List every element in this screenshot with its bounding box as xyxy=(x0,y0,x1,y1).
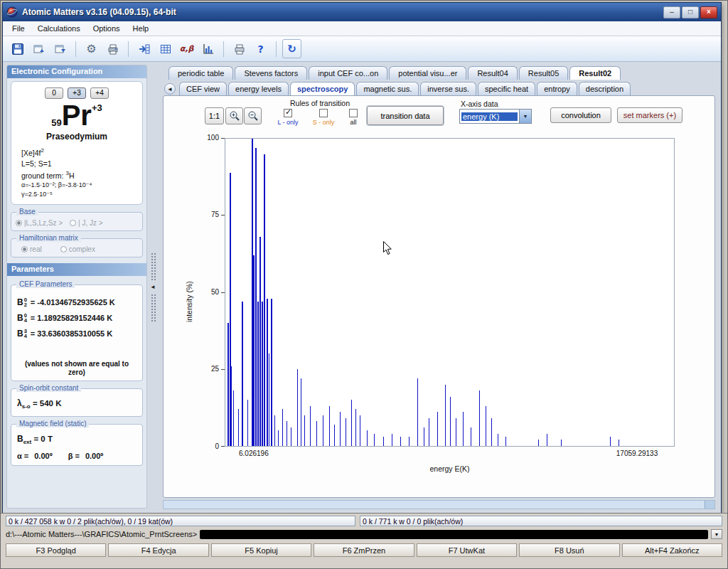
all-checkbox[interactable] xyxy=(349,109,358,117)
maximize-button[interactable]: □ xyxy=(682,6,699,18)
spectral-line xyxy=(486,406,486,446)
tab-potential-visualiser[interactable]: potential visu...er xyxy=(389,66,466,80)
tab-periodic-table[interactable]: periodic table xyxy=(168,66,233,80)
tab-description[interactable]: description xyxy=(579,82,631,95)
altf4-exit-button[interactable]: Alt+F4 Zakończ xyxy=(622,543,722,557)
tab-spectroscopy[interactable]: spectroscopy xyxy=(290,82,355,95)
close-button[interactable]: × xyxy=(700,6,717,18)
spectral-line xyxy=(367,430,368,446)
print-setup-icon[interactable] xyxy=(103,39,122,58)
spectral-line xyxy=(259,237,261,446)
menu-help[interactable]: Help xyxy=(127,22,156,35)
ls-values: L=5; S=1 xyxy=(21,159,138,168)
tab-scroll-left-button[interactable]: ◄ xyxy=(164,83,176,95)
command-history-arrow-icon[interactable]: ▼ xyxy=(711,529,722,539)
f5-copy-button[interactable]: F5 Kopiuj xyxy=(211,543,311,557)
charge-plus4-button[interactable]: +4 xyxy=(90,87,109,99)
convolution-button[interactable]: convolution xyxy=(550,107,611,123)
status-bar-left: 0 k / 427 058 k w 0 / 2 plik(ach/ów), 0 … xyxy=(6,516,355,526)
charge-0-button[interactable]: 0 xyxy=(45,87,63,99)
tab-energy-levels[interactable]: energy levels xyxy=(228,82,289,95)
f4-edit-button[interactable]: F4 Edycja xyxy=(108,543,208,557)
tab-result02[interactable]: Result02 xyxy=(569,66,621,80)
view-tabs: ◄ CEF view energy levels spectroscopy ma… xyxy=(163,82,715,95)
table-icon[interactable] xyxy=(156,39,175,58)
toolbar-separator xyxy=(223,41,224,57)
electron-configuration: [Xe]4f2 xyxy=(21,147,138,157)
f7-mkdir-button[interactable]: F7 UtwKat xyxy=(417,543,517,557)
spectral-line xyxy=(355,409,356,446)
xaxis-data-label: X-axis data xyxy=(461,100,498,108)
spectral-line xyxy=(282,409,283,446)
help-icon[interactable]: ? xyxy=(251,39,270,58)
spectral-line xyxy=(233,390,234,446)
chart-icon[interactable] xyxy=(198,39,218,58)
settings-gear-icon[interactable]: ⚙ xyxy=(82,39,101,58)
tab-stevens-factors[interactable]: Stevens factors xyxy=(235,66,307,80)
menu-file[interactable]: File xyxy=(6,22,31,35)
horizontal-scrollbar[interactable] xyxy=(163,500,715,509)
f8-delete-button[interactable]: F8 Usuń xyxy=(519,543,619,557)
toolbar: ⚙ α,β ? ↻ xyxy=(3,36,721,62)
refresh-icon[interactable]: ↻ xyxy=(282,39,301,58)
menu-options[interactable]: Options xyxy=(87,22,127,35)
zoom-1to1-button[interactable]: 1:1 xyxy=(205,107,224,124)
f6-move-button[interactable]: F6 ZmPrzen xyxy=(314,543,414,557)
tab-result05[interactable]: Result05 xyxy=(519,66,568,80)
hamiltonian-real-radio[interactable]: real xyxy=(21,245,42,253)
base-jjz-radio[interactable]: | J, Jz > xyxy=(70,219,103,227)
export-file-icon[interactable] xyxy=(29,39,48,58)
scrollbar-corner[interactable] xyxy=(705,501,714,509)
spectral-line xyxy=(491,418,492,446)
command-line-input[interactable] xyxy=(200,530,708,539)
zoom-in-button[interactable] xyxy=(225,107,243,124)
plot-area[interactable] xyxy=(225,138,675,447)
set-markers-button[interactable]: set markers (+) xyxy=(617,107,682,123)
y-tick-label: 25 xyxy=(195,365,219,373)
menu-calculations[interactable]: Calculations xyxy=(31,22,87,35)
app-icon xyxy=(6,6,18,18)
base-lslzsz-radio[interactable]: |L,S,Lz,Sz > xyxy=(16,219,63,227)
l-only-checkbox[interactable]: ✓ xyxy=(284,109,292,117)
tab-cef-view[interactable]: CEF view xyxy=(179,82,227,95)
l-only-label: L - only xyxy=(277,119,298,126)
y-tick-label: 0 xyxy=(195,442,219,450)
spectral-line xyxy=(471,427,471,446)
export-data-icon[interactable] xyxy=(134,39,154,58)
file-manager-bottom: 0 k / 427 058 k w 0 / 2 plik(ach/ów), 0 … xyxy=(1,513,727,568)
tab-entropy[interactable]: entropy xyxy=(537,82,577,95)
f3-view-button[interactable]: F3 Podgląd xyxy=(6,543,106,557)
y-axis-title: intensity (%) xyxy=(185,281,193,322)
tab-magnetic-sus[interactable]: magnetic sus. xyxy=(356,82,419,95)
tab-result04[interactable]: Result04 xyxy=(468,66,517,80)
spectral-line xyxy=(463,412,464,446)
splitter-grip[interactable] xyxy=(151,294,156,322)
cef-parameters-group: CEF Parameters B02= -4.01346752935625 K … xyxy=(11,284,143,381)
spectral-line xyxy=(429,418,429,446)
minimize-button[interactable]: – xyxy=(663,6,680,18)
s-only-checkbox[interactable] xyxy=(319,109,328,117)
splitter-grip[interactable] xyxy=(151,252,156,281)
charge-buttons: 0 +3 +4 xyxy=(16,87,138,99)
xaxis-dropdown[interactable]: energy (K) ▼ xyxy=(459,109,532,124)
charge-plus3-button[interactable]: +3 xyxy=(68,87,86,99)
splitter-collapse-icon[interactable]: ◄ xyxy=(150,284,156,291)
radio-dot-icon xyxy=(16,220,22,226)
magnetic-field-group: Magnetic field (static) Bext = 0 T α =0.… xyxy=(11,424,143,465)
hamiltonian-complex-radio[interactable]: complex xyxy=(60,245,95,253)
spectral-line xyxy=(301,378,301,446)
tab-input-cef[interactable]: input CEF co...on xyxy=(309,66,387,80)
print-icon[interactable] xyxy=(230,39,249,58)
save-icon[interactable] xyxy=(8,39,27,58)
sidebar-splitter[interactable]: ◄ xyxy=(148,65,158,510)
transition-data-button[interactable]: transition data xyxy=(367,106,444,125)
tab-specific-heat[interactable]: specific heat xyxy=(478,82,535,95)
import-file-icon[interactable] xyxy=(50,39,70,58)
titlebar: Atomic Matters v3.16 (04.09.15), 64-bit … xyxy=(3,3,721,21)
stevens-factors-icon[interactable]: α,β xyxy=(177,39,196,58)
ground-term: ground term: 3H xyxy=(21,170,138,180)
dropdown-arrow-icon[interactable]: ▼ xyxy=(519,110,531,123)
tab-inverse-sus[interactable]: inverse sus. xyxy=(420,82,476,95)
y-tick-label: 75 xyxy=(195,211,219,218)
zoom-out-button[interactable] xyxy=(244,107,262,124)
